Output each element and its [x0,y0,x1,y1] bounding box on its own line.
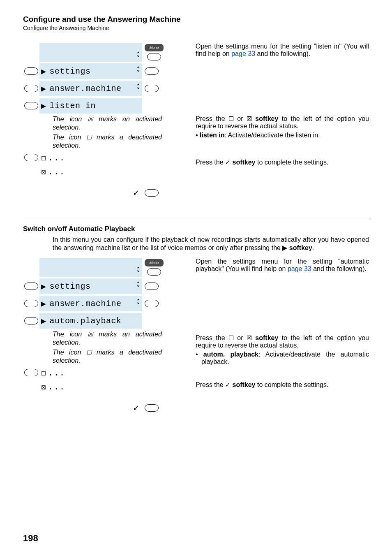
section-autom-playback: ˄˅ Menu ▶ settings ˄˅ ▶ [23,258,369,417]
lcd-text: autom.playback [50,316,122,326]
page-link[interactable]: page 33 [288,265,311,272]
softkey-oval [145,283,159,290]
menu-badge: Menu [145,44,164,51]
checked-box-icon: ☒ [88,116,93,123]
option-dots: ... [48,382,65,392]
lcd-text: listen in [50,101,96,111]
lcd-shade: ▶ answer.machine ˄˅ [39,81,142,96]
unchecked-box-icon: ☐ [41,368,46,378]
softkey-oval [24,102,38,109]
updown-icon: ˄˅ [137,283,140,290]
unchecked-box-icon: ☐ [86,349,92,356]
triangle-right-icon: ▶ [41,101,46,111]
triangle-right-icon: ▶ [41,281,46,292]
softkey-oval [145,300,159,307]
lcd-shade: ˄˅ [39,258,142,277]
option-dots: ... [48,167,65,177]
lcd-shade: ▶ listen in [39,98,142,114]
softkey-oval [147,268,161,276]
checked-box-icon: ☒ [247,115,252,122]
page-link[interactable]: page 33 [231,50,255,57]
updown-icon: ˄˅ [137,67,140,75]
note-deactivated: The icon ☐ marks a deactivated selection… [23,348,187,365]
option-dots: ... [48,368,65,378]
softkey-oval [145,67,159,75]
lcd-text: settings [50,67,134,76]
instruction-confirm: Press the ✓ softkey to complete the sett… [196,159,369,166]
section-heading: Switch on/off Automatic Playback [23,225,369,233]
checked-box-icon: ☒ [41,382,46,392]
lcd-shade: ˄˅ [39,43,142,62]
softkey-oval [24,283,38,290]
updown-icon: ˄˅ [137,300,140,307]
triangle-right-icon: ▶ [282,244,287,251]
instruction-confirm: Press the ✓ softkey to complete the sett… [196,381,369,389]
softkey-oval [24,369,38,376]
instruction-press-softkey: Press the ☐ or ☒ softkey to the left of … [196,115,369,130]
softkey-oval [24,85,38,92]
updown-icon: ˄˅ [137,268,140,275]
checkmark-icon: ✓ [225,159,231,166]
unchecked-box-icon: ☐ [41,153,46,163]
softkey-oval [147,53,161,60]
lcd-shade: ▶ answer.machine ˄˅ [39,296,142,311]
option-dots: ... [48,153,65,163]
page-title: Configure and use the Answering Machine [23,15,369,24]
checked-box-icon: ☒ [41,167,46,177]
softkey-oval [24,67,38,75]
softkey-oval [24,300,38,307]
note-deactivated: The icon ☐ marks a deactivated selection… [23,133,187,150]
instruction-open-menu: Open the settings menu for the setting "… [196,258,369,273]
checkmark-icon: ✓ [133,188,140,198]
softkey-oval [145,189,159,197]
note-activated: The icon ☒ marks an activated selection. [23,115,187,132]
triangle-right-icon: ▶ [41,316,46,326]
softkey-oval [145,404,159,412]
section-intro: In this menu you can configure if the pl… [23,236,369,252]
lcd-shade: ▶ autom.playback [39,313,142,329]
lcd-shade: ▶ settings ˄˅ [39,63,142,79]
softkey-oval [24,317,38,324]
lcd-text: settings [50,282,134,291]
instruction-press-softkey: Press the ☐ or ☒ softkey to the left of … [196,334,369,349]
triangle-right-icon: ▶ [41,83,46,94]
section-divider [23,219,369,219]
unchecked-box-icon: ☐ [228,115,234,122]
page-subtitle: Configure the Answering Machine [23,25,369,31]
menu-badge: Menu [145,259,164,266]
updown-icon: ˄˅ [137,85,140,92]
bullet-list: listen in: Activate/deactivate the liste… [196,132,369,139]
lcd-text: answer.machine [50,299,134,308]
bullet-list: autom. playback: Activate/deactivate the… [196,351,369,366]
checked-box-icon: ☒ [247,334,252,341]
triangle-right-icon: ▶ [41,299,46,309]
softkey-oval [24,154,38,161]
softkey-oval [145,85,159,92]
instruction-open-menu: Open the settings menu for the setting "… [196,43,369,58]
checked-box-icon: ☒ [88,331,93,338]
triangle-right-icon: ▶ [41,66,46,76]
note-activated: The icon ☒ marks an activated selection. [23,330,187,347]
updown-icon: ˄˅ [137,53,140,60]
checkmark-icon: ✓ [225,381,231,388]
page-number: 198 [23,533,38,544]
unchecked-box-icon: ☐ [86,134,92,141]
lcd-shade: ▶ settings ˄˅ [39,278,142,294]
section-listen-in: ˄˅ Menu ▶ settings ˄˅ [23,43,369,202]
lcd-text: answer.machine [50,84,134,93]
unchecked-box-icon: ☐ [228,334,234,341]
checkmark-icon: ✓ [133,403,140,413]
